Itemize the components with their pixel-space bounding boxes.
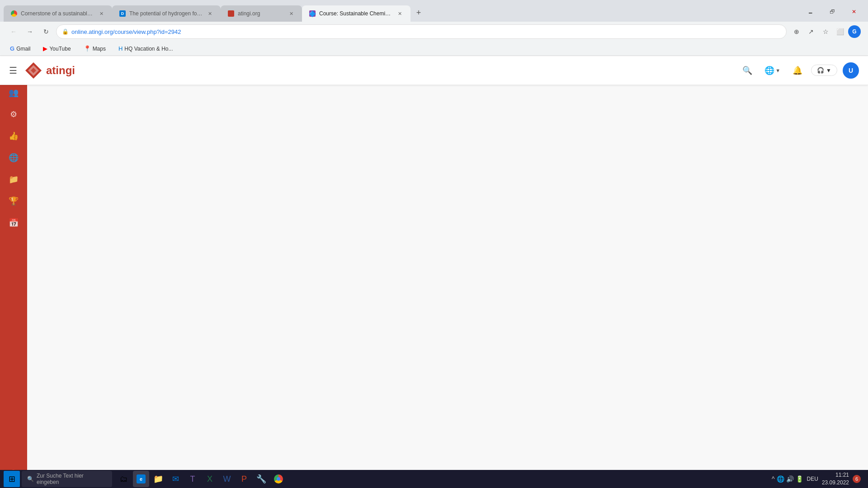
left-sidebar: 🎓 👥 ⚙ 👍 🌐 📁 🏆 📅 ❓ (0, 56, 27, 488)
taskbar: ⊞ 🔍 Zur Suche Text hier eingeben 🗂 e 📁 ✉… (0, 470, 868, 488)
url-text: online.atingi.org/course/view.php?id=294… (71, 28, 181, 35)
close-button[interactable]: ✕ (844, 5, 864, 18)
address-bar: ← → ↻ 🔒 online.atingi.org/course/view.ph… (0, 22, 868, 42)
taskbar-app-word[interactable]: W (219, 471, 235, 487)
browser-profile-avatar[interactable]: G (848, 25, 861, 38)
taskbar-search[interactable]: 🔍 Zur Suche Text hier eingeben (22, 471, 112, 487)
sidebar-icon-folder[interactable]: 📁 (5, 170, 23, 188)
support-dropdown: ▼ (826, 67, 831, 74)
search-placeholder: Zur Suche Text hier eingeben (37, 473, 107, 485)
edge-icon: e (137, 474, 146, 483)
tab-1[interactable]: Cornerstone of a sustainable ene... ✕ (4, 5, 112, 22)
sidebar-icon-trophy[interactable]: 🏆 (5, 192, 23, 210)
taskbar-app-misc1[interactable]: 🔧 (253, 471, 269, 487)
reload-button[interactable]: ↻ (40, 25, 52, 38)
sidebar-icon-community[interactable]: 👥 (5, 84, 23, 102)
tray-expand[interactable]: ^ (772, 475, 775, 483)
dropdown-arrow: ▼ (775, 68, 780, 73)
share-icon[interactable]: ↗ (805, 25, 817, 38)
tab1-title: Cornerstone of a sustainable ene... (21, 10, 94, 17)
youtube-label: YouTube (49, 46, 71, 52)
tray-icons: ^ 🌐 🔊 🔋 (772, 475, 803, 483)
tab2-favicon: D (119, 10, 126, 17)
gmail-label: Gmail (16, 46, 30, 52)
header-actions: 🔍 🌐 ▼ 🔔 🎧 ▼ U (739, 62, 859, 79)
search-button[interactable]: 🔍 (739, 62, 755, 79)
sidebar-icon-likes[interactable]: 👍 (5, 127, 23, 145)
favorites-icon[interactable]: ☆ (819, 25, 832, 38)
notification-badge[interactable]: 6 (853, 475, 861, 483)
logo-text: atingi (46, 64, 75, 77)
tab-3[interactable]: atingi.org ✕ (221, 5, 302, 22)
sidebar-icon-globe[interactable]: 🌐 (5, 149, 23, 167)
maps-label: Maps (93, 46, 106, 52)
tab1-close[interactable]: ✕ (98, 10, 105, 17)
bookmark-maps[interactable]: 📍 Maps (81, 44, 108, 53)
gmail-icon: G (10, 45, 14, 52)
taskbar-app-excel[interactable]: X (202, 471, 218, 487)
tab2-close[interactable]: ✕ (206, 10, 213, 17)
hamburger-button[interactable]: ☰ (9, 65, 17, 76)
taskbar-clock[interactable]: 11:21 23.09.2022 (822, 471, 849, 487)
browser-chrome: Cornerstone of a sustainable ene... ✕ D … (0, 0, 868, 56)
language-selector[interactable]: 🌐 ▼ (761, 64, 784, 77)
taskbar-app-explorer[interactable]: 📁 (150, 471, 166, 487)
taskbar-date-display: 23.09.2022 (822, 479, 849, 487)
logo[interactable]: atingi (24, 61, 75, 80)
taskbar-app-powerpoint[interactable]: P (236, 471, 252, 487)
back-button[interactable]: ← (7, 25, 20, 38)
tab2-title: The potential of hydrogen for th... (129, 10, 203, 17)
toolbar-icons: ⊕ ↗ ☆ ⬜ G (790, 25, 861, 38)
lock-icon: 🔒 (62, 28, 69, 35)
maximize-button[interactable]: 🗗 (822, 5, 843, 18)
globe-icon: 🌐 (764, 66, 774, 75)
notifications-button[interactable]: 🔔 (789, 62, 806, 79)
maps-icon: 📍 (84, 45, 91, 52)
taskbar-app-edge[interactable]: e (133, 471, 149, 487)
hq-icon: H (118, 45, 123, 52)
bookmark-hq[interactable]: H HQ Vacation & Ho... (116, 44, 176, 53)
search-icon: 🔍 (27, 476, 34, 482)
taskbar-app-teams[interactable]: T (184, 471, 201, 487)
start-button[interactable]: ⊞ (4, 471, 20, 487)
tab3-favicon (228, 10, 234, 17)
tray-network[interactable]: 🌐 (777, 475, 784, 483)
tray-volume[interactable]: 🔊 (786, 475, 794, 483)
support-icon: 🎧 (817, 67, 824, 74)
bookmark-gmail[interactable]: G Gmail (7, 44, 33, 53)
taskbar-apps: 🗂 e 📁 ✉ T X W P 🔧 (116, 471, 287, 487)
tab3-title: atingi.org (238, 10, 284, 17)
translate-icon[interactable]: ⊕ (790, 25, 803, 38)
logo-icon (24, 61, 42, 80)
tab4-close[interactable]: ✕ (396, 10, 403, 17)
tab3-close[interactable]: ✕ (288, 10, 295, 17)
tab-2[interactable]: D The potential of hydrogen for th... ✕ (112, 5, 221, 22)
taskbar-app-outlook[interactable]: ✉ (167, 471, 184, 487)
tab-bar: Cornerstone of a sustainable ene... ✕ D … (0, 0, 868, 22)
tray-battery[interactable]: 🔋 (796, 475, 803, 483)
forward-button[interactable]: → (24, 25, 36, 38)
window-controls: 🗕 🗗 ✕ (800, 5, 864, 22)
tab4-title: Course: Sustainable Chemistry a... (319, 10, 392, 17)
app-header: ☰ atingi 🔍 🌐 ▼ 🔔 🎧 ▼ U (0, 56, 868, 85)
taskbar-app-chrome[interactable] (270, 471, 287, 487)
sidebar-toggle-icon[interactable]: ⬜ (834, 25, 846, 38)
taskbar-language: DEU (807, 476, 818, 482)
youtube-icon: ▶ (43, 45, 47, 52)
sidebar-icon-settings[interactable]: ⚙ (5, 105, 23, 123)
user-avatar[interactable]: U (843, 62, 859, 79)
bookmark-youtube[interactable]: ▶ YouTube (40, 44, 73, 53)
minimize-button[interactable]: 🗕 (800, 5, 821, 18)
tab4-favicon: 🔷 (309, 10, 316, 17)
taskbar-time-display: 11:21 (822, 471, 849, 479)
taskbar-app-files[interactable]: 🗂 (116, 471, 132, 487)
support-button[interactable]: 🎧 ▼ (811, 65, 837, 76)
app-container: 🎓 👥 ⚙ 👍 🌐 📁 🏆 📅 ❓ (0, 56, 868, 488)
tab-4[interactable]: 🔷 Course: Sustainable Chemistry a... ✕ (302, 5, 410, 22)
tab1-favicon (11, 10, 17, 17)
new-tab-button[interactable]: + (412, 6, 425, 19)
sidebar-icon-calendar[interactable]: 📅 (5, 214, 23, 232)
url-bar[interactable]: 🔒 online.atingi.org/course/view.php?id=2… (56, 24, 787, 39)
bookmarks-bar: G Gmail ▶ YouTube 📍 Maps H HQ Vacation &… (0, 42, 868, 56)
taskbar-tray: ^ 🌐 🔊 🔋 DEU 11:21 23.09.2022 6 (772, 471, 864, 487)
